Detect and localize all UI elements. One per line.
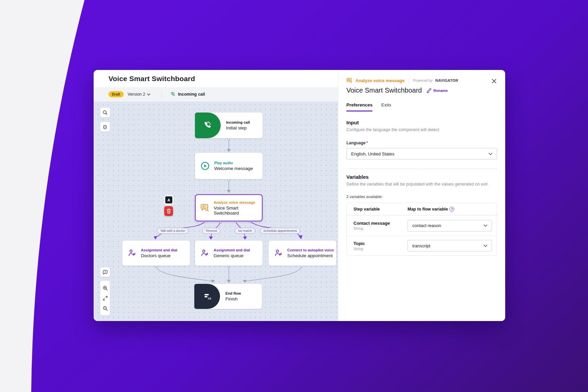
component-type-label: Analyze voice message bbox=[356, 78, 405, 83]
status-badge: Draft bbox=[108, 91, 124, 97]
zoom-out-button[interactable] bbox=[100, 303, 110, 313]
node-name: Schedule appointment bbox=[287, 253, 334, 258]
node-category: Play audio bbox=[214, 161, 253, 165]
zoom-in-button[interactable] bbox=[100, 283, 110, 293]
flow-canvas[interactable]: {} bbox=[94, 101, 338, 321]
node-category: End flow bbox=[225, 291, 241, 295]
tab-exits[interactable]: Exits bbox=[381, 102, 391, 112]
incoming-call-icon bbox=[203, 120, 213, 130]
edge-label[interactable]: Talk with a doctor bbox=[157, 228, 188, 234]
autopilot-voice-icon bbox=[274, 249, 283, 258]
language-select-value: English, United States bbox=[351, 151, 394, 156]
node-play-audio[interactable]: Play audio Welcome message bbox=[195, 153, 263, 179]
node-incoming-call[interactable]: Incoming call Initial step bbox=[195, 113, 263, 138]
powered-by-value: NAVIGATOR bbox=[435, 78, 458, 82]
assignment-dial-icon bbox=[128, 249, 137, 258]
node-generic-queue[interactable]: Assignment and dial Generic queue bbox=[195, 241, 263, 266]
trigger-label: Incoming call bbox=[178, 92, 205, 97]
column-step-variable: Step variable bbox=[353, 207, 408, 212]
end-flow-icon: cx bbox=[202, 291, 212, 301]
analyze-voice-icon bbox=[200, 203, 210, 213]
variables-table: Step variable Map to flow variable ? Con… bbox=[346, 203, 497, 256]
node-name: Initial step bbox=[226, 125, 250, 130]
chevron-down-icon bbox=[147, 93, 150, 96]
variable-row: Contact message String contact reason bbox=[347, 216, 497, 236]
component-settings-panel: Analyze voice message Powered by NAVIGAT… bbox=[338, 70, 505, 321]
delete-node-button[interactable] bbox=[164, 206, 173, 216]
node-name: Finish bbox=[225, 296, 241, 301]
node-category: Analyze voice message bbox=[214, 200, 262, 204]
map-variable-select[interactable]: transcript bbox=[408, 240, 492, 251]
node-category: Assignment and dial bbox=[214, 248, 250, 252]
fit-screen-button[interactable] bbox=[100, 293, 110, 303]
analyze-voice-icon bbox=[346, 77, 353, 83]
flow-editor: Voice Smart Switchboard Draft Version 2 … bbox=[94, 70, 338, 321]
edge-label[interactable]: Schedule appointments bbox=[260, 228, 300, 234]
variables-section-description: Define the variables that will be popula… bbox=[346, 182, 497, 187]
version-label: Version 2 bbox=[128, 92, 145, 97]
question-mark: ? bbox=[451, 207, 453, 211]
letter-a-icon: A bbox=[168, 198, 170, 202]
node-category: Assignment and dial bbox=[141, 248, 177, 252]
flow-header: Voice Smart Switchboard bbox=[94, 70, 338, 87]
variable-row: Topic String transcript bbox=[347, 236, 497, 255]
expand-icon bbox=[103, 296, 108, 301]
node-category: Connect to autopilot voice bbox=[287, 248, 334, 252]
zoom-in-icon bbox=[103, 286, 108, 291]
node-name: Doctors queue bbox=[141, 253, 177, 258]
chevron-down-icon bbox=[484, 224, 487, 227]
annotation-chip[interactable]: A bbox=[165, 196, 172, 203]
node-name: Generic queue bbox=[214, 253, 250, 258]
variables-count: 2 variables available: bbox=[346, 195, 497, 199]
search-button[interactable] bbox=[100, 107, 110, 118]
close-panel-button[interactable] bbox=[490, 77, 498, 85]
tab-preferences[interactable]: Preferences bbox=[346, 102, 372, 112]
comment-icon bbox=[103, 270, 108, 275]
map-variable-select[interactable]: contact reason bbox=[408, 220, 492, 231]
incoming-call-icon bbox=[170, 92, 176, 97]
panel-tabs: Preferences Exits bbox=[346, 102, 497, 112]
zoom-out-icon bbox=[103, 306, 108, 311]
language-select[interactable]: English, United States bbox=[346, 148, 497, 160]
rename-button[interactable]: Rename bbox=[426, 88, 448, 93]
flow-title: Voice Smart Switchboard bbox=[108, 75, 195, 83]
language-label-text: Language bbox=[346, 141, 366, 145]
node-doctors-queue[interactable]: Assignment and dial Doctors queue bbox=[122, 241, 190, 266]
braces-icon: {} bbox=[103, 124, 107, 129]
language-label: Language* bbox=[346, 141, 497, 145]
section-divider bbox=[346, 169, 497, 169]
close-icon bbox=[492, 79, 496, 83]
feedback-button[interactable] bbox=[100, 267, 110, 277]
panel-title-row: Voice Smart Switchboard Rename bbox=[346, 87, 497, 94]
node-analyze-voice-message[interactable]: Analyze voice message Voice Smart Switch… bbox=[195, 194, 263, 221]
powered-by-label: Powered by bbox=[413, 78, 433, 82]
svg-text:cx: cx bbox=[208, 297, 211, 300]
version-selector[interactable]: Version 2 bbox=[128, 92, 150, 97]
variable-type: String bbox=[353, 247, 408, 251]
component-type-row: Analyze voice message Powered by NAVIGAT… bbox=[346, 77, 497, 83]
variable-name: Contact message bbox=[353, 221, 408, 226]
node-category: Incoming call bbox=[226, 120, 250, 124]
node-name: Welcome message bbox=[214, 166, 253, 171]
node-schedule-appointment[interactable]: Connect to autopilot voice Schedule appo… bbox=[269, 241, 336, 266]
input-section-description: Configure the language the component wil… bbox=[346, 127, 497, 132]
incoming-call-cap bbox=[195, 113, 221, 138]
chevron-down-icon bbox=[484, 245, 487, 247]
map-variable-value: contact reason bbox=[412, 223, 441, 228]
toolbar-divider bbox=[161, 91, 162, 98]
trigger-indicator: Incoming call bbox=[170, 92, 205, 97]
node-end-flow[interactable]: cx End flow Finish bbox=[194, 284, 262, 309]
zoom-controls bbox=[100, 280, 110, 316]
assignment-dial-icon bbox=[200, 249, 209, 258]
rename-label: Rename bbox=[433, 89, 448, 93]
required-mark: * bbox=[366, 141, 368, 145]
variables-button[interactable]: {} bbox=[100, 122, 110, 132]
edge-label[interactable]: No match bbox=[235, 228, 255, 234]
variable-name: Topic bbox=[353, 241, 408, 246]
input-section-title: Input bbox=[346, 120, 497, 125]
play-audio-icon bbox=[200, 161, 210, 171]
edge-label[interactable]: Timeout bbox=[202, 228, 220, 234]
column-map-to-flow-variable: Map to flow variable ? bbox=[408, 207, 454, 212]
help-icon[interactable]: ? bbox=[449, 207, 454, 212]
chevron-down-icon bbox=[489, 153, 492, 155]
